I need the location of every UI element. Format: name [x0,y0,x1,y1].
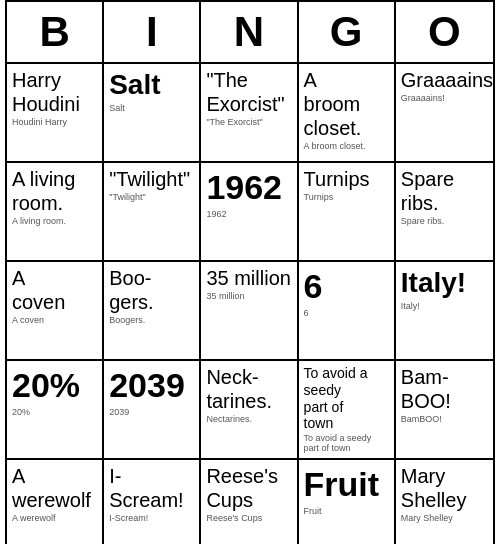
cell-sub-text: To avoid a seedy part of town [304,434,389,454]
cell-sub-text: 6 [304,309,309,319]
cell-main-text: Fruit [304,464,380,505]
cell-main-text: A werewolf [12,464,91,512]
cell-sub-text: Turnips [304,193,334,203]
cell-main-text: "The Exorcist" [206,68,284,116]
cell-sub-text: I-Scream! [109,514,148,524]
cell-main-text: Graaaains! [401,68,493,92]
cell-sub-text: BamBOO! [401,415,442,425]
cell-sub-text: Salt [109,104,125,114]
bingo-cell[interactable]: TurnipsTurnips [299,163,396,262]
cell-main-text: Bam- BOO! [401,365,451,413]
header-letter: O [396,2,493,62]
cell-main-text: 6 [304,266,323,307]
cell-sub-text: 2039 [109,408,129,418]
header-letter: N [201,2,298,62]
cell-main-text: Salt [109,68,160,102]
bingo-cell[interactable]: A covenA coven [7,262,104,361]
header-letter: B [7,2,104,62]
bingo-cell[interactable]: Mary ShelleyMary Shelley [396,460,493,544]
cell-main-text: A coven [12,266,65,314]
cell-main-text: Harry Houdini [12,68,80,116]
cell-sub-text: 20% [12,408,30,418]
bingo-cell[interactable]: Boo- gers.Boogers. [104,262,201,361]
header-letter: I [104,2,201,62]
cell-sub-text: Spare ribs. [401,217,445,227]
cell-main-text: Turnips [304,167,370,191]
cell-sub-text: Fruit [304,507,322,517]
bingo-cell[interactable]: Bam- BOO!BamBOO! [396,361,493,460]
cell-sub-text: A living room. [12,217,66,227]
bingo-cell[interactable]: To avoid a seedy part of townTo avoid a … [299,361,396,460]
cell-sub-text: "The Exorcist" [206,118,262,128]
bingo-cell[interactable]: Italy!Italy! [396,262,493,361]
bingo-cell[interactable]: SaltSalt [104,64,201,163]
bingo-cell[interactable]: Reese's CupsReese's Cups [201,460,298,544]
cell-main-text: Boo- gers. [109,266,153,314]
cell-main-text: 1962 [206,167,282,208]
cell-main-text: To avoid a seedy part of town [304,365,368,432]
cell-main-text: A broom closet. [304,68,362,140]
bingo-cell[interactable]: "The Exorcist""The Exorcist" [201,64,298,163]
cell-sub-text: Reese's Cups [206,514,262,524]
bingo-cell[interactable]: A living room.A living room. [7,163,104,262]
header-letter: G [299,2,396,62]
cell-main-text: Neck- tarines. [206,365,272,413]
bingo-cell[interactable]: 35 million35 million [201,262,298,361]
cell-sub-text: A coven [12,316,44,326]
bingo-cell[interactable]: 66 [299,262,396,361]
cell-main-text: Spare ribs. [401,167,454,215]
bingo-cell[interactable]: Spare ribs.Spare ribs. [396,163,493,262]
cell-sub-text: Nectarines. [206,415,252,425]
cell-main-text: I- Scream! [109,464,183,512]
cell-sub-text: Houdini Harry [12,118,67,128]
cell-sub-text: Mary Shelley [401,514,453,524]
bingo-header: BINGO [7,2,493,64]
cell-main-text: Italy! [401,266,466,300]
cell-main-text: 35 million [206,266,290,290]
bingo-cell[interactable]: A werewolfA werewolf [7,460,104,544]
cell-sub-text: 35 million [206,292,244,302]
bingo-cell[interactable]: I- Scream!I-Scream! [104,460,201,544]
bingo-cell[interactable]: A broom closet.A broom closet. [299,64,396,163]
bingo-cell[interactable]: 20%20% [7,361,104,460]
bingo-cell[interactable]: Graaaains!Graaaains! [396,64,493,163]
cell-main-text: 20% [12,365,80,406]
bingo-grid: Harry HoudiniHoudini HarrySaltSalt"The E… [7,64,493,544]
cell-sub-text: A werewolf [12,514,56,524]
cell-sub-text: Italy! [401,302,420,312]
cell-sub-text: 1962 [206,210,226,220]
bingo-cell[interactable]: Harry HoudiniHoudini Harry [7,64,104,163]
cell-sub-text: "Twilight" [109,193,145,203]
bingo-cell[interactable]: "Twilight""Twilight" [104,163,201,262]
cell-main-text: 2039 [109,365,185,406]
cell-main-text: "Twilight" [109,167,190,191]
bingo-cell[interactable]: 19621962 [201,163,298,262]
bingo-cell[interactable]: FruitFruit [299,460,396,544]
bingo-card: BINGO Harry HoudiniHoudini HarrySaltSalt… [5,0,495,544]
cell-main-text: Reese's Cups [206,464,278,512]
bingo-cell[interactable]: 20392039 [104,361,201,460]
cell-main-text: Mary Shelley [401,464,467,512]
cell-sub-text: A broom closet. [304,142,366,152]
bingo-cell[interactable]: Neck- tarines.Nectarines. [201,361,298,460]
cell-sub-text: Graaaains! [401,94,445,104]
cell-main-text: A living room. [12,167,75,215]
cell-sub-text: Boogers. [109,316,145,326]
